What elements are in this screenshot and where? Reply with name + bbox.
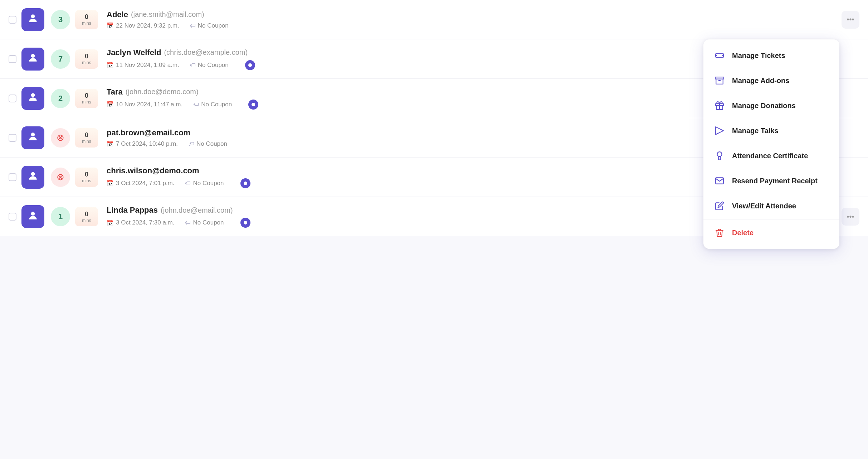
tag-icon: 🏷 (193, 101, 199, 108)
mins-badge: 0 mins (75, 128, 98, 148)
ticket-icon (713, 49, 726, 62)
attendee-name: Linda Pappas (107, 206, 158, 215)
attendee-coupon: 🏷 No Coupon (189, 140, 227, 148)
attendee-coupon: 🏷 No Coupon (190, 22, 229, 29)
avatar (21, 126, 44, 149)
menu-item-label: Delete (732, 229, 754, 237)
tag-icon: 🏷 (185, 219, 191, 226)
svg-point-3 (31, 132, 35, 136)
menu-item-manage-talks[interactable]: Manage Talks (703, 118, 839, 143)
error-badge: ⊗ (51, 168, 70, 187)
ticket-count-badge: 3 (51, 10, 70, 29)
attendee-date: 📅 10 Nov 2024, 11:47 a.m. (107, 101, 182, 108)
attendee-coupon: 🏷 No Coupon (185, 180, 224, 187)
menu-item-label: Manage Donations (732, 102, 796, 110)
attendee-date: 📅 3 Oct 2024, 7:01 p.m. (107, 180, 174, 187)
tag-icon: 🏷 (185, 180, 191, 187)
status-badge (248, 100, 258, 110)
menu-divider (703, 219, 839, 219)
avatar (21, 166, 44, 189)
box-icon (713, 74, 726, 87)
status-badge (240, 218, 250, 228)
menu-item-resend-payment-receipt[interactable]: Resend Payment Receipt (703, 168, 839, 193)
pencil-icon (713, 200, 726, 212)
row-checkbox[interactable] (9, 95, 16, 102)
user-icon (27, 13, 39, 26)
ticket-count-badge: 2 (51, 89, 70, 108)
error-icon: ⊗ (57, 171, 64, 183)
svg-marker-11 (716, 127, 723, 135)
envelope-icon (713, 175, 726, 187)
menu-item-attendance-certificate[interactable]: Attendance Certificate (703, 143, 839, 168)
menu-item-label: Manage Add-ons (732, 77, 789, 85)
mins-badge: 0 mins (75, 89, 98, 108)
user-icon (27, 210, 39, 224)
menu-item-label: View/Edit Attendee (732, 202, 796, 210)
attendee-info: Adele (jane.smith@mail.com) 📅 22 Nov 202… (107, 10, 836, 29)
attendee-email: (john.doe@demo.com) (126, 88, 199, 96)
menu-item-label: Attendance Certificate (732, 152, 808, 160)
row-checkbox[interactable] (9, 55, 16, 63)
row-checkbox[interactable] (9, 173, 16, 181)
trash-icon (713, 227, 726, 239)
calendar-icon: 📅 (107, 22, 114, 29)
user-icon (27, 131, 39, 145)
svg-point-0 (31, 14, 35, 18)
menu-item-manage-tickets[interactable]: Manage Tickets (703, 43, 839, 68)
gift-icon (713, 100, 726, 112)
menu-item-view-edit-attendee[interactable]: View/Edit Attendee (703, 193, 839, 218)
svg-point-2 (31, 93, 35, 97)
attendee-email: (john.doe@email.com) (161, 206, 233, 214)
calendar-icon: 📅 (107, 180, 114, 187)
mins-badge: 0 mins (75, 168, 98, 187)
attendee-name: Jaclyn Welfeld (107, 48, 161, 57)
user-icon (27, 91, 39, 105)
ticket-count-badge: 1 (51, 207, 70, 226)
svg-point-4 (31, 172, 35, 176)
attendee-date: 📅 22 Nov 2024, 9:32 p.m. (107, 22, 179, 29)
row-checkbox[interactable] (9, 213, 16, 221)
mins-badge: 0 mins (75, 207, 98, 226)
user-icon (27, 170, 39, 184)
tag-icon: 🏷 (190, 23, 196, 29)
svg-point-12 (717, 152, 722, 156)
status-badge (240, 178, 250, 188)
menu-item-delete[interactable]: Delete (703, 220, 839, 245)
attendee-row: 3 0 mins Adele (jane.smith@mail.com) 📅 2… (0, 0, 868, 39)
attendee-coupon: 🏷 No Coupon (185, 219, 224, 226)
talk-icon (713, 125, 726, 137)
more-options-button[interactable]: ••• (842, 11, 859, 29)
attendee-coupon: 🏷 No Coupon (193, 101, 232, 108)
avatar (21, 87, 44, 110)
attendee-name: chris.wilson@demo.com (107, 166, 199, 175)
ticket-count-badge: 7 (51, 49, 70, 69)
calendar-icon: 📅 (107, 101, 114, 108)
attendee-email: (chris.doe@example.com) (164, 48, 248, 57)
more-options-button[interactable]: ••• (842, 208, 859, 226)
certificate-icon (713, 150, 726, 162)
svg-point-5 (31, 212, 35, 216)
avatar (21, 205, 44, 228)
menu-item-label: Resend Payment Receipt (732, 177, 818, 185)
attendee-name: Tara (107, 87, 123, 97)
error-icon: ⊗ (57, 132, 64, 143)
calendar-icon: 📅 (107, 62, 114, 68)
avatar (21, 48, 44, 71)
status-badge (245, 60, 255, 70)
attendee-date: 📅 3 Oct 2024, 7:30 a.m. (107, 219, 174, 226)
context-menu: Manage Tickets Manage Add-ons Manage Don… (703, 39, 839, 249)
menu-item-manage-addons[interactable]: Manage Add-ons (703, 68, 839, 93)
attendee-coupon: 🏷 No Coupon (190, 62, 229, 69)
tag-icon: 🏷 (190, 62, 196, 68)
menu-item-manage-donations[interactable]: Manage Donations (703, 93, 839, 118)
mins-badge: 0 mins (75, 49, 98, 69)
calendar-icon: 📅 (107, 140, 114, 147)
tag-icon: 🏷 (189, 141, 194, 147)
menu-item-label: Manage Tickets (732, 52, 785, 60)
attendee-email: (jane.smith@mail.com) (131, 10, 204, 19)
row-checkbox[interactable] (9, 134, 16, 142)
attendee-name: Adele (107, 10, 128, 19)
attendee-date: 📅 7 Oct 2024, 10:40 p.m. (107, 140, 178, 148)
attendee-name: pat.brown@email.com (107, 128, 190, 137)
row-checkbox[interactable] (9, 16, 16, 24)
